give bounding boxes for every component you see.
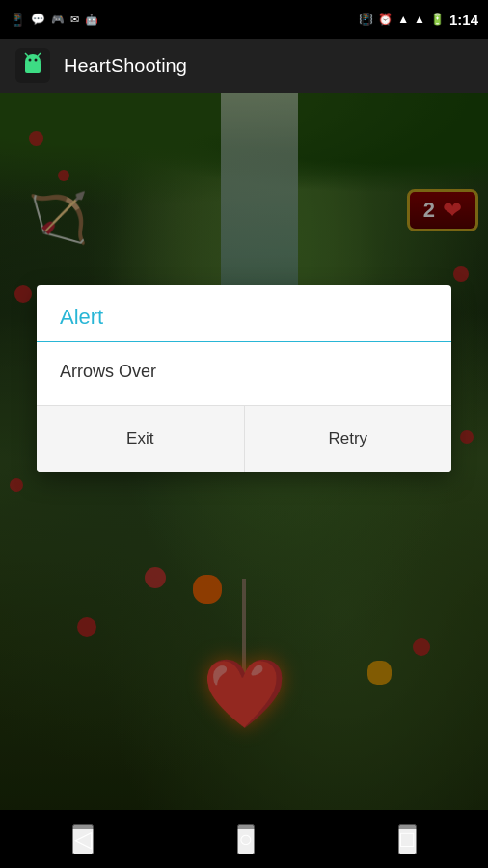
alert-title-area: Alert xyxy=(37,285,451,342)
status-bar: 📱 💬 🎮 ✉ 🤖 📳 ⏰ ▲ ▲ 🔋 1:14 xyxy=(0,0,488,39)
status-bar-left: 📱 💬 🎮 ✉ 🤖 xyxy=(10,13,98,27)
svg-point-4 xyxy=(35,59,38,62)
time-display: 1:14 xyxy=(449,12,478,28)
app-icon xyxy=(15,48,50,83)
alert-buttons: Exit Retry xyxy=(37,406,451,472)
hk-icon: 🎮 xyxy=(51,14,65,26)
alert-message: Arrows Over xyxy=(60,362,156,381)
app-title: HeartShooting xyxy=(64,55,187,77)
battery-icon: 🔋 xyxy=(430,13,445,26)
exit-button[interactable]: Exit xyxy=(37,406,245,472)
alert-dialog: Alert Arrows Over Exit Retry xyxy=(37,285,451,472)
svg-rect-2 xyxy=(25,62,41,73)
svg-point-3 xyxy=(29,59,32,62)
app-bar: HeartShooting xyxy=(0,39,488,93)
notification-icon-2: 💬 xyxy=(31,13,45,26)
status-bar-right: 📳 ⏰ ▲ ▲ 🔋 1:14 xyxy=(359,12,478,28)
gmail-icon: ✉ xyxy=(70,14,79,26)
notification-icon-1: 📱 xyxy=(10,13,25,27)
wifi-icon: ▲ xyxy=(397,13,409,26)
vibrate-icon: 📳 xyxy=(359,13,373,26)
alert-title: Alert xyxy=(60,305,103,329)
android-icon: 🤖 xyxy=(85,14,98,26)
retry-button[interactable]: Retry xyxy=(245,406,452,472)
alarm-icon: ⏰ xyxy=(378,13,393,26)
dialog-overlay: Alert Arrows Over Exit Retry xyxy=(0,93,488,829)
alert-body: Arrows Over xyxy=(37,342,451,406)
signal-icon: ▲ xyxy=(414,13,425,26)
